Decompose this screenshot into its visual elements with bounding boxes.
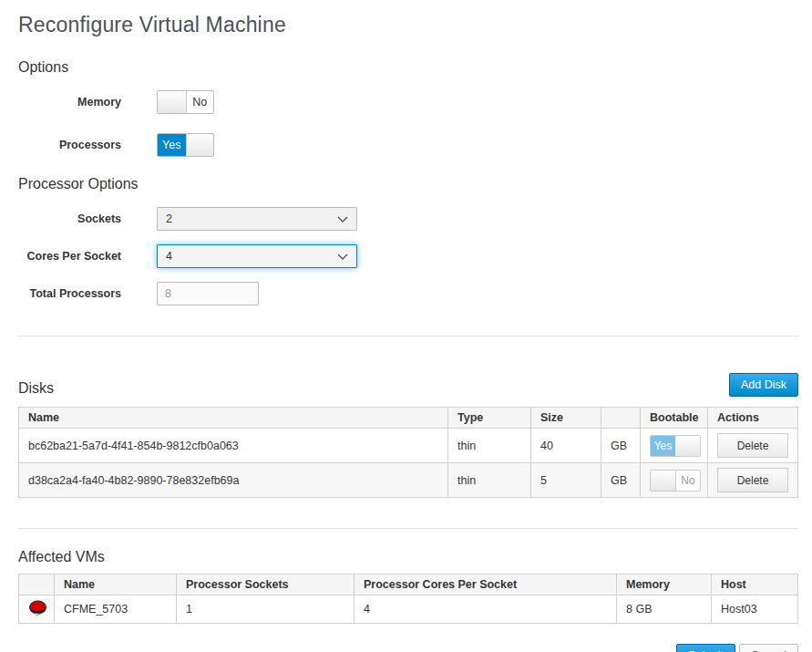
col-header-host: Host: [712, 574, 798, 595]
sockets-row: Sockets 2: [18, 207, 798, 231]
cores-per-socket-row: Cores Per Socket 4: [18, 244, 798, 268]
disk-type: thin: [448, 463, 531, 498]
divider: [18, 336, 798, 336]
table-row: bc62ba21-5a7d-4f41-854b-9812cfb0a063 thi…: [19, 429, 798, 463]
memory-label: Memory: [18, 96, 121, 109]
vm-host: Host03: [712, 595, 798, 624]
col-header-memory: Memory: [617, 574, 712, 595]
col-header-actions: Actions: [708, 408, 798, 429]
options-section: Options Memory No Processors Yes: [18, 59, 798, 157]
disks-heading: Disks: [18, 380, 54, 397]
affected-vms-table: Name Processor Sockets Processor Cores P…: [18, 574, 798, 624]
affected-vms-header-row: Name Processor Sockets Processor Cores P…: [19, 574, 798, 595]
cores-per-socket-label: Cores Per Socket: [18, 250, 121, 263]
memory-row: Memory No: [18, 90, 798, 114]
table-row: d38ca2a4-fa40-4b82-9890-78e832efb69a thi…: [19, 463, 798, 498]
vm-sockets: 1: [177, 595, 355, 624]
sockets-label: Sockets: [18, 212, 121, 225]
col-header-bootable: Bootable: [641, 408, 708, 429]
col-header-sockets: Processor Sockets: [177, 574, 355, 595]
col-header-cores: Processor Cores Per Socket: [355, 574, 617, 595]
col-header-name: Name: [55, 574, 177, 595]
disk-type: thin: [448, 429, 531, 463]
processors-label: Processors: [18, 139, 121, 151]
delete-disk-button[interactable]: Delete: [717, 468, 788, 492]
bootable-toggle: No: [650, 470, 701, 492]
reconfigure-vm-page: Reconfigure Virtual Machine Options Memo…: [0, 0, 812, 652]
vm-memory: 8 GB: [617, 595, 712, 624]
disk-size: 5: [531, 463, 601, 498]
disks-table: Name Type Size Bootable Actions bc62ba21…: [18, 407, 798, 498]
memory-toggle[interactable]: No: [157, 90, 214, 114]
toggle-handle-icon: [186, 134, 214, 156]
total-processors-label: Total Processors: [18, 287, 121, 300]
col-header-type: Type: [448, 408, 531, 429]
bootable-toggle: Yes: [650, 435, 701, 457]
add-disk-button[interactable]: Add Disk: [729, 373, 798, 397]
disk-size: 40: [531, 429, 601, 463]
memory-toggle-state: No: [186, 91, 214, 113]
processors-toggle[interactable]: Yes: [157, 133, 214, 157]
toggle-handle-icon: [158, 91, 186, 113]
processors-row: Processors Yes: [18, 133, 798, 157]
processors-toggle-state: Yes: [158, 134, 186, 156]
footer-actions: Submit Cancel: [18, 644, 798, 652]
delete-disk-button[interactable]: Delete: [717, 433, 788, 458]
bootable-toggle-state: Yes: [651, 436, 675, 456]
vm-cores: 4: [355, 595, 617, 624]
affected-vms-heading: Affected VMs: [18, 549, 105, 565]
cores-per-socket-selected-value: 4: [166, 250, 172, 263]
disks-section: Disks Add Disk Name Type Size Bootable A…: [18, 357, 798, 498]
disks-table-header-row: Name Type Size Bootable Actions: [19, 408, 798, 429]
toggle-handle-icon: [651, 471, 675, 491]
col-header-icon: [19, 574, 55, 595]
vm-name: CFME_5703: [55, 595, 177, 624]
sockets-select[interactable]: 2: [157, 207, 357, 231]
disk-unit: GB: [601, 429, 641, 463]
disk-name: d38ca2a4-fa40-4b82-9890-78e832efb69a: [19, 463, 448, 498]
col-header-size: Size: [531, 408, 601, 429]
options-heading: Options: [18, 59, 798, 76]
disk-name: bc62ba21-5a7d-4f41-854b-9812cfb0a063: [19, 429, 448, 463]
divider: [18, 528, 798, 529]
sockets-selected-value: 2: [166, 212, 172, 225]
redhat-logo-icon: [28, 605, 47, 618]
col-header-unit: [601, 408, 641, 429]
cores-per-socket-select[interactable]: 4: [157, 244, 357, 268]
bootable-toggle-state: No: [675, 471, 700, 491]
table-row: CFME_5703 1 4 8 GB Host03: [19, 595, 798, 624]
submit-button[interactable]: Submit: [676, 644, 735, 652]
toggle-handle-icon: [675, 436, 700, 456]
chevron-down-icon: [337, 216, 348, 223]
total-processors-row: Total Processors: [18, 282, 798, 305]
col-header-name: Name: [19, 408, 448, 429]
affected-vms-section: Affected VMs Name Processor Sockets Proc…: [18, 549, 798, 624]
chevron-down-icon: [337, 254, 348, 260]
page-title: Reconfigure Virtual Machine: [18, 13, 798, 37]
cancel-button[interactable]: Cancel: [739, 644, 798, 652]
total-processors-field: [157, 282, 259, 305]
processor-options-section: Processor Options Sockets 2 Cores Per So…: [18, 176, 798, 305]
processor-options-heading: Processor Options: [18, 176, 798, 192]
disk-unit: GB: [601, 463, 641, 498]
